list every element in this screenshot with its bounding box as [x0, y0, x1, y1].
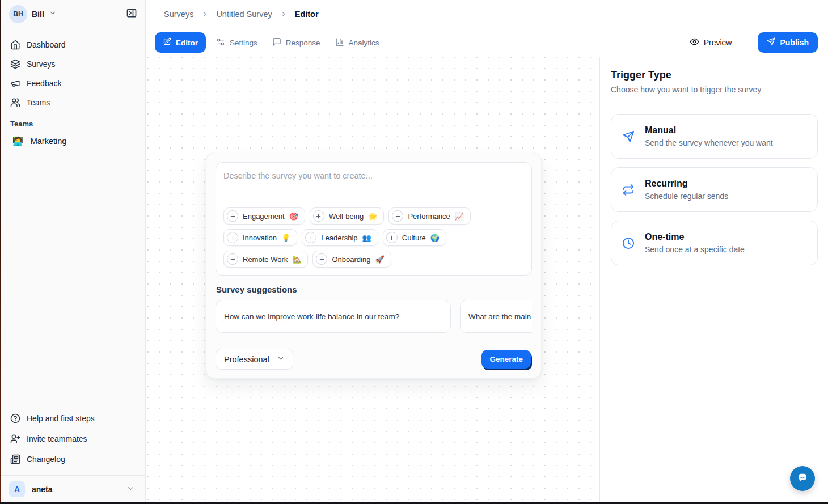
tab-settings[interactable]: Settings	[216, 37, 257, 48]
workspace-switcher[interactable]: BH Bill	[0, 0, 145, 28]
trigger-option-one-time[interactable]: One-time Send once at a specific date	[611, 221, 818, 265]
chip-label: Leadership	[321, 234, 357, 242]
sidebar-item-label: Help and first steps	[27, 414, 95, 423]
account-name: aneta	[32, 485, 120, 494]
plus-icon	[227, 210, 238, 222]
message-square-icon	[272, 37, 281, 48]
plus-icon	[305, 232, 316, 243]
option-title: One-time	[645, 232, 745, 242]
tab-editor[interactable]: Editor	[155, 32, 206, 53]
tone-select[interactable]: Professional	[216, 349, 293, 370]
trigger-option-recurring[interactable]: Recurring Schedule regular sends	[611, 167, 818, 212]
suggestions-title: Survey suggestions	[216, 285, 532, 294]
preview-button[interactable]: Preview	[690, 37, 732, 48]
tone-value: Professional	[224, 355, 269, 364]
panel-toggle-icon	[126, 7, 137, 20]
repeat-icon	[622, 184, 635, 196]
prompt-card: Engagement 🎯 Well-being 🌟 Performance	[216, 162, 532, 276]
sidebar-item-label: Teams	[27, 98, 50, 107]
publish-button[interactable]: Publish	[758, 32, 818, 53]
sidebar-item-feedback[interactable]: Feedback	[7, 74, 138, 93]
users-icon	[10, 98, 20, 108]
home-icon	[10, 40, 20, 50]
account-menu[interactable]: A aneta	[0, 476, 145, 504]
option-description: Schedule regular sends	[645, 192, 728, 201]
composer-footer: Professional Generate	[206, 341, 541, 378]
chat-launcher-button[interactable]	[790, 466, 815, 491]
plus-icon	[392, 210, 403, 222]
light-bulb-emoji-icon: 💡	[281, 234, 290, 242]
breadcrumb-untitled-survey[interactable]: Untitled Survey	[216, 10, 272, 19]
sidebar-collapse-button[interactable]	[126, 7, 137, 20]
chevron-down-icon	[277, 354, 285, 364]
pencil-square-icon	[163, 37, 171, 48]
topic-chip-remote-work[interactable]: Remote Work 🏡	[223, 251, 308, 268]
sidebar-item-teams[interactable]: Teams	[7, 93, 138, 112]
rocket-emoji-icon: 🚀	[375, 255, 384, 264]
sidebar-item-changelog[interactable]: Changelog	[7, 449, 138, 469]
newspaper-icon	[10, 454, 20, 464]
tab-analytics[interactable]: Analytics	[335, 37, 379, 48]
tab-label: Analytics	[349, 39, 379, 47]
main-area: Surveys Untitled Survey Editor Editor	[146, 0, 828, 504]
sidebar-item-label: Feedback	[27, 79, 61, 88]
sidebar-item-dashboard[interactable]: Dashboard	[7, 35, 138, 54]
panel-subtitle: Choose how you want to trigger the surve…	[611, 85, 818, 94]
bar-chart-icon	[335, 37, 344, 48]
sidebar-item-invite[interactable]: Invite teammates	[7, 429, 138, 449]
plus-icon	[227, 253, 238, 265]
chip-label: Culture	[402, 234, 426, 242]
topic-chip-leadership[interactable]: Leadership 👥	[302, 229, 378, 246]
chevron-right-icon	[201, 10, 209, 18]
topic-chip-engagement[interactable]: Engagement 🎯	[223, 207, 305, 225]
topic-chip-performance[interactable]: Performance 📈	[388, 207, 471, 225]
editor-canvas[interactable]: Engagement 🎯 Well-being 🌟 Performance	[146, 57, 599, 504]
screen-bottom-edge	[0, 502, 828, 504]
plus-icon	[313, 210, 324, 222]
workspace-avatar: BH	[9, 5, 27, 23]
megaphone-icon	[10, 78, 20, 88]
breadcrumb-surveys[interactable]: Surveys	[164, 10, 193, 19]
app-window: BH Bill Dashboard	[0, 0, 828, 504]
plus-icon	[227, 232, 238, 243]
help-circle-icon	[10, 413, 20, 423]
tab-response[interactable]: Response	[272, 37, 320, 48]
screen-left-edge	[0, 0, 1, 504]
chip-label: Performance	[408, 212, 450, 221]
chip-label: Innovation	[243, 234, 277, 242]
sidebar-item-team-marketing[interactable]: 🧑‍💻 Marketing	[7, 132, 138, 151]
chevron-down-icon	[49, 9, 57, 19]
sidebar-item-surveys[interactable]: Surveys	[7, 54, 138, 74]
topic-chip-innovation[interactable]: Innovation 💡	[223, 229, 297, 246]
chip-label: Engagement	[243, 212, 285, 221]
topic-chip-culture[interactable]: Culture 🌍	[383, 229, 446, 246]
trigger-option-manual[interactable]: Manual Send the survey whenever you want	[611, 114, 818, 159]
editor-toolbar: Editor Settings Response Analytics	[146, 28, 828, 57]
settings-icon	[216, 37, 225, 48]
suggestion-card[interactable]: What are the main ob	[460, 300, 532, 333]
sidebar-footer-nav: Help and first steps Invite teammates Ch…	[0, 408, 145, 473]
chevron-down-icon	[126, 484, 135, 495]
option-description: Send the survey whenever you want	[645, 138, 773, 147]
trigger-panel-header: Trigger Type Choose how you want to trig…	[600, 57, 828, 104]
preview-label: Preview	[704, 38, 732, 47]
chat-bubble-icon	[796, 472, 809, 486]
send-icon	[767, 37, 775, 48]
plus-icon	[386, 232, 398, 243]
generate-button[interactable]: Generate	[481, 350, 531, 369]
option-title: Recurring	[645, 179, 728, 189]
topic-chip-well-being[interactable]: Well-being 🌟	[310, 207, 384, 225]
busts-emoji-icon: 👥	[362, 234, 371, 242]
suggestion-card[interactable]: How can we improve work-life balance in …	[216, 300, 451, 333]
topic-chip-onboarding[interactable]: Onboarding 🚀	[312, 251, 391, 268]
user-plus-icon	[10, 434, 20, 444]
house-emoji-icon: 🏡	[292, 255, 301, 264]
team-name: Marketing	[31, 137, 67, 146]
breadcrumb: Surveys Untitled Survey Editor	[146, 0, 828, 28]
sidebar-item-help[interactable]: Help and first steps	[7, 408, 138, 429]
topic-chips: Engagement 🎯 Well-being 🌟 Performance	[223, 207, 524, 268]
globe-emoji-icon: 🌍	[430, 234, 440, 242]
plus-icon	[316, 253, 327, 265]
survey-prompt-input[interactable]	[223, 170, 524, 207]
sidebar-item-label: Dashboard	[27, 40, 66, 49]
